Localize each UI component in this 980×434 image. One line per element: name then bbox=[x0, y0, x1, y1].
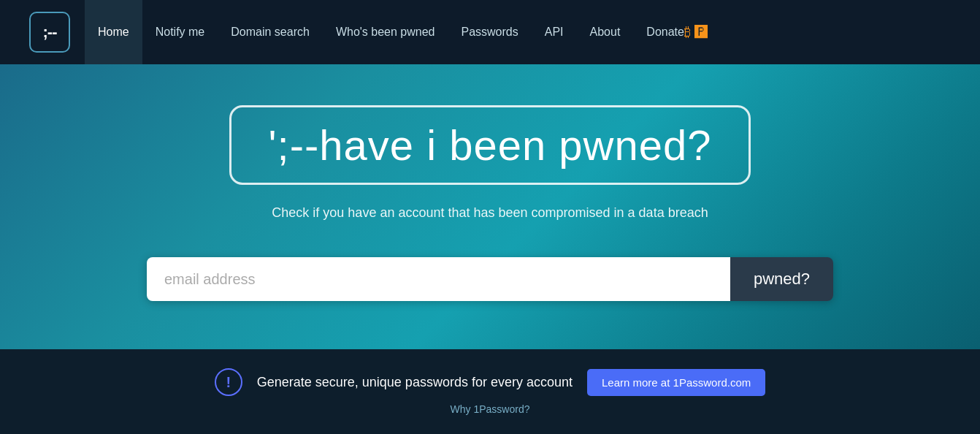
nav-list: Home Notify me Domain search Who's been … bbox=[85, 0, 721, 64]
site-logo[interactable]: ;-- bbox=[29, 12, 70, 53]
nav-item-passwords[interactable]: Passwords bbox=[448, 0, 531, 64]
logo-text: ;-- bbox=[43, 23, 57, 42]
nav-item-home[interactable]: Home bbox=[85, 0, 142, 64]
nav-item-notify[interactable]: Notify me bbox=[142, 0, 218, 64]
why-1password-link[interactable]: Why 1Password? bbox=[451, 403, 530, 415]
navbar: ;-- Home Notify me Domain search Who's b… bbox=[0, 0, 980, 64]
email-input[interactable] bbox=[147, 257, 730, 301]
footer-banner-text: Generate secure, unique passwords for ev… bbox=[257, 375, 573, 390]
donate-icons: ₿ 🅿 bbox=[684, 25, 708, 40]
onepassword-icon-text: ! bbox=[226, 374, 231, 391]
footer-banner: ! Generate secure, unique passwords for … bbox=[0, 349, 980, 434]
search-bar: pwned? bbox=[147, 257, 833, 301]
hero-title: ';--have i been pwned? bbox=[268, 121, 711, 170]
hero-subtitle: Check if you have an account that has be… bbox=[272, 205, 708, 221]
hero-title-box: ';--have i been pwned? bbox=[229, 105, 750, 185]
nav-item-whos-been-pwned[interactable]: Who's been pwned bbox=[323, 0, 448, 64]
onepassword-icon: ! bbox=[215, 368, 242, 396]
hero-section: ';--have i been pwned? Check if you have… bbox=[0, 64, 980, 349]
nav-item-api[interactable]: API bbox=[532, 0, 577, 64]
footer-banner-row: ! Generate secure, unique passwords for … bbox=[215, 368, 766, 396]
nav-item-donate[interactable]: Donate ₿ 🅿 bbox=[633, 0, 721, 64]
nav-item-domain-search[interactable]: Domain search bbox=[218, 0, 323, 64]
pwned-button[interactable]: pwned? bbox=[730, 257, 833, 301]
nav-item-about[interactable]: About bbox=[577, 0, 634, 64]
learn-more-button[interactable]: Learn more at 1Password.com bbox=[587, 369, 765, 396]
